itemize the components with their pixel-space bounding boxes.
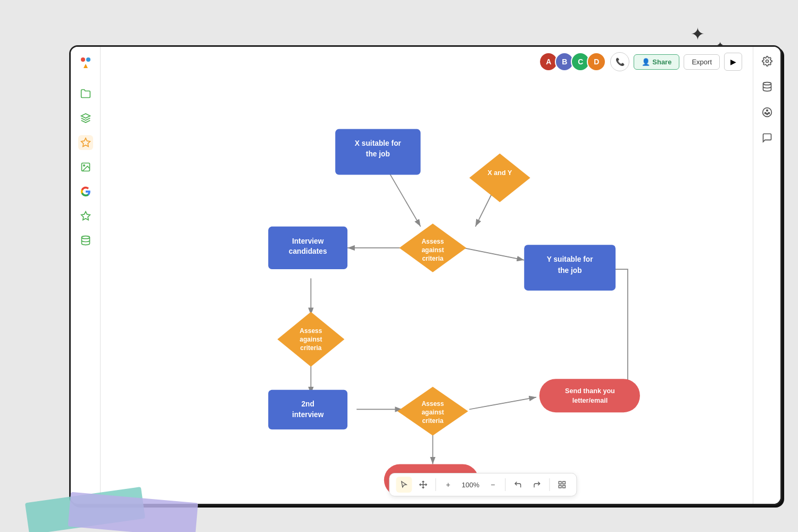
svg-text:letter/email: letter/email <box>572 397 608 404</box>
redo-button[interactable] <box>529 477 545 493</box>
svg-line-12 <box>463 248 525 260</box>
bottom-toolbar: + 100% − <box>389 473 577 496</box>
svg-rect-44 <box>563 485 566 488</box>
svg-point-52 <box>766 113 768 115</box>
svg-text:Assess: Assess <box>421 238 444 245</box>
right-panel-palette[interactable] <box>759 104 775 120</box>
svg-text:candidates: candidates <box>289 247 327 255</box>
svg-point-46 <box>766 60 768 63</box>
paper-decoration <box>27 463 207 527</box>
svg-marker-3 <box>81 114 90 118</box>
right-panel-database[interactable] <box>759 79 775 95</box>
share-button[interactable]: 👤 Share <box>634 54 679 70</box>
toolbar-divider-2 <box>505 478 505 491</box>
svg-text:criteria: criteria <box>422 417 443 425</box>
svg-text:Assess: Assess <box>421 400 444 408</box>
sidebar-item-image[interactable] <box>78 160 93 174</box>
export-button[interactable]: Export <box>684 54 720 70</box>
svg-text:2nd: 2nd <box>301 400 314 408</box>
undo-button[interactable] <box>510 477 526 493</box>
flowchart-svg: X suitable for the job X and Y Assess ag… <box>101 47 753 504</box>
sidebar-item-database[interactable] <box>78 233 93 248</box>
app-logo[interactable] <box>76 53 95 72</box>
svg-point-50 <box>764 112 766 114</box>
svg-text:Send thank you: Send thank you <box>565 387 615 395</box>
play-button[interactable]: ▶ <box>724 53 742 71</box>
svg-text:against: against <box>300 336 322 343</box>
svg-rect-0 <box>76 53 95 72</box>
svg-line-16 <box>469 397 536 410</box>
top-toolbar: A B C D 📞 👤 Share Export ▶ <box>539 52 742 71</box>
svg-rect-45 <box>559 485 561 488</box>
phone-button[interactable]: 📞 <box>610 52 629 71</box>
toolbar-divider-1 <box>435 478 436 491</box>
svg-text:Interview: Interview <box>292 237 324 245</box>
svg-text:Assess: Assess <box>300 327 322 335</box>
svg-text:X suitable for: X suitable for <box>355 139 402 147</box>
svg-text:the job: the job <box>558 267 582 275</box>
svg-text:against: against <box>421 409 444 416</box>
avatar-user4: D <box>587 52 606 71</box>
canvas-area[interactable]: A B C D 📞 👤 Share Export ▶ <box>101 47 753 504</box>
select-tool-button[interactable] <box>396 477 412 493</box>
svg-text:against: against <box>421 246 444 254</box>
svg-text:the job: the job <box>366 150 390 158</box>
svg-text:criteria: criteria <box>300 344 321 352</box>
right-panel-settings[interactable] <box>759 53 775 69</box>
svg-point-48 <box>762 108 771 117</box>
share-icon: 👤 <box>642 58 650 66</box>
zoom-in-button[interactable]: + <box>440 477 456 493</box>
svg-point-47 <box>763 82 771 85</box>
svg-point-49 <box>766 110 768 111</box>
sidebar-item-magic[interactable] <box>78 209 93 223</box>
svg-text:interview: interview <box>292 411 324 419</box>
main-window: A B C D 📞 👤 Share Export ▶ <box>69 45 782 505</box>
svg-text:Y suitable for: Y suitable for <box>547 255 593 263</box>
svg-point-1 <box>81 57 85 62</box>
right-panel-comment[interactable] <box>759 130 775 146</box>
right-panel <box>753 47 780 504</box>
svg-point-51 <box>768 112 770 114</box>
share-label: Share <box>652 58 671 66</box>
svg-text:X and Y: X and Y <box>487 169 512 177</box>
move-tool-button[interactable] <box>415 477 431 493</box>
node-send-thank-you[interactable] <box>539 379 640 412</box>
svg-rect-43 <box>563 481 566 484</box>
sidebar-item-google[interactable] <box>78 184 93 199</box>
grid-button[interactable] <box>554 477 570 493</box>
sparkle-decoration-1: ✦ <box>691 24 705 44</box>
sidebar-item-layers[interactable] <box>78 111 93 126</box>
node-second-interview[interactable] <box>268 390 347 429</box>
avatar-group: A B C D <box>539 52 606 71</box>
zoom-out-button[interactable]: − <box>485 477 501 493</box>
sidebar-item-shapes[interactable] <box>78 135 93 150</box>
svg-point-8 <box>81 236 89 239</box>
node-x-and-y[interactable] <box>469 153 530 202</box>
zoom-level: 100% <box>459 481 481 489</box>
sidebar-item-folder[interactable] <box>78 86 93 101</box>
svg-text:criteria: criteria <box>422 255 443 262</box>
svg-marker-4 <box>81 138 90 147</box>
svg-rect-42 <box>559 481 561 484</box>
sidebar <box>71 47 101 504</box>
paper-lavender <box>68 492 198 532</box>
svg-point-6 <box>83 165 85 167</box>
svg-point-2 <box>86 57 90 62</box>
svg-marker-7 <box>81 212 90 220</box>
toolbar-divider-3 <box>549 478 550 491</box>
